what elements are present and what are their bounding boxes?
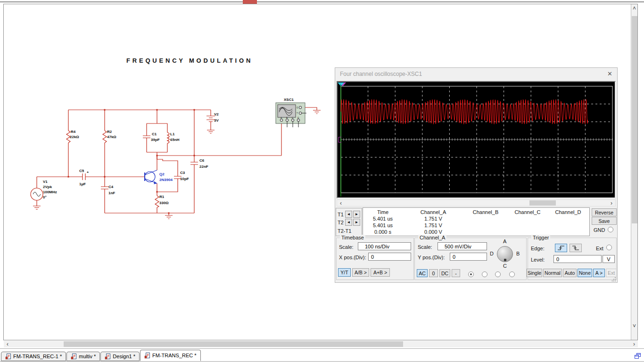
svg-text:R4: R4 <box>71 130 76 134</box>
tab-multiv[interactable]: multiv * <box>66 352 100 361</box>
dc-label: DC <box>441 271 448 276</box>
falling-edge-button[interactable] <box>570 244 582 252</box>
dc-coupling-button[interactable]: DC <box>439 269 450 277</box>
close-icon[interactable]: ✕ <box>607 70 612 77</box>
t2-left-button[interactable]: ◄ <box>345 219 352 226</box>
scope-scroll-thumb[interactable] <box>529 200 556 206</box>
source-v1[interactable] <box>31 188 43 200</box>
trigger-level-input[interactable]: 0 <box>553 255 602 263</box>
save-button[interactable]: Save <box>592 217 617 225</box>
timebase-scale-input[interactable]: 100 ns/Div <box>358 242 411 250</box>
channel-a-scale-input[interactable]: 500 mV/Div <box>438 242 487 250</box>
gnd-radio[interactable] <box>608 227 613 232</box>
transistor-q2[interactable] <box>145 170 157 184</box>
knob-label-d: D <box>490 251 494 257</box>
trigger-ext-button: Ext <box>606 269 617 277</box>
trigger-mode-row: Single Normal Auto None A > Ext <box>527 269 617 277</box>
trigger-none-button[interactable]: None <box>578 269 592 277</box>
col-header-channel-d: Channel_D <box>548 209 588 215</box>
table-cell <box>548 215 588 222</box>
zero-coupling-button[interactable]: 0 <box>429 269 438 277</box>
svg-text:2Vpk: 2Vpk <box>43 185 52 189</box>
ac-coupling-button[interactable]: AC <box>417 269 428 277</box>
junction-dots <box>68 109 195 214</box>
channel-a-trace <box>341 99 588 124</box>
col-header-channel-b: Channel_B <box>464 209 507 215</box>
svg-text:0°: 0° <box>43 195 47 199</box>
oscilloscope-symbol-xsc1[interactable]: G T A B C D <box>276 103 306 127</box>
vertical-scrollbar[interactable]: ˄ ˅ <box>631 4 637 340</box>
yt-mode-button[interactable]: Y/T <box>338 268 351 277</box>
trigger-level-label: Level: <box>531 257 545 263</box>
scope-scrollbar[interactable]: ‹ › <box>337 199 616 206</box>
timebase-group: Timebase Scale: 100 ns/Div X pos.(Div): … <box>336 238 414 280</box>
scroll-down-icon[interactable]: ˅ <box>631 323 637 329</box>
a-label: A > <box>595 270 603 276</box>
trigger-ext-label: Ext <box>596 246 603 252</box>
channel-select-knob[interactable] <box>497 246 513 262</box>
col-header-channel-c: Channel_C <box>507 209 548 215</box>
reverse-button[interactable]: Reverse <box>592 208 617 216</box>
resize-grip-icon[interactable] <box>611 277 616 281</box>
svg-text:39pF: 39pF <box>151 138 160 142</box>
oscilloscope-window: Four channel oscilloscope-XSC1 ✕ 1 ‹ › T… <box>335 67 618 283</box>
t2-right-button[interactable]: ► <box>353 219 360 226</box>
minus-coupling-button[interactable]: - <box>452 269 460 277</box>
scroll-up-icon[interactable]: ˄ <box>631 5 637 12</box>
scope-display: 1 <box>338 82 615 197</box>
ab-label: A/B > <box>355 270 367 275</box>
scope-scroll-right-icon[interactable]: › <box>609 200 614 206</box>
svg-text:A: A <box>281 117 282 119</box>
svg-text:1µF: 1µF <box>79 182 86 186</box>
svg-text:L1: L1 <box>170 132 175 136</box>
ab-mode-button[interactable]: A/B > <box>352 268 369 277</box>
timebase-xpos-value: 0 <box>371 254 374 260</box>
tab-fm-trans-rec-1[interactable]: FM-TRANS_REC-1 * <box>1 352 66 361</box>
table-cell: 5.401 us <box>363 222 403 229</box>
channel-a-radio[interactable] <box>468 272 474 277</box>
svg-text:10pF: 10pF <box>180 177 189 181</box>
wire-net[interactable] <box>33 107 321 219</box>
trigger-single-button[interactable]: Single <box>527 269 542 277</box>
table-cell <box>464 229 507 235</box>
rising-edge-icon <box>557 245 565 251</box>
trigger-auto-button[interactable]: Auto <box>563 269 577 277</box>
apb-mode-button[interactable]: A+B > <box>371 268 390 277</box>
scroll-left-icon[interactable]: ‹ <box>5 341 10 347</box>
tab-label: Design1 * <box>113 354 135 359</box>
scroll-right-icon[interactable]: › <box>631 341 637 347</box>
t1-label: T1 <box>338 212 344 218</box>
channel-c-radio[interactable] <box>495 272 501 277</box>
svg-text:22kΩ: 22kΩ <box>70 135 79 139</box>
window-cascade-icon[interactable] <box>634 352 642 360</box>
t1-right-button[interactable]: ► <box>353 211 360 218</box>
timebase-xpos-input[interactable]: 0 <box>368 253 411 261</box>
trigger-ext-radio[interactable] <box>606 245 612 250</box>
timebase-scale-label: Scale: <box>339 244 354 250</box>
auto-label: Auto <box>565 270 575 276</box>
tab-label: FM-TRANS_REC * <box>152 353 197 358</box>
trigger-normal-button[interactable]: Normal <box>543 269 562 277</box>
svg-text:XSC1: XSC1 <box>284 98 294 102</box>
scope-title-bar[interactable]: Four channel oscilloscope-XSC1 ✕ <box>335 68 617 80</box>
tab-design1[interactable]: Design1 * <box>100 352 140 361</box>
channel-a-ypos-input[interactable]: 0 <box>450 253 487 261</box>
vertical-scroll-thumb[interactable] <box>632 16 637 223</box>
trigger-level-unit[interactable]: V <box>603 255 615 263</box>
timebase-xpos-label: X pos.(Div): <box>339 255 366 261</box>
t1-left-button[interactable]: ◄ <box>345 211 352 218</box>
svg-text:C5: C5 <box>79 169 84 173</box>
horizontal-scroll-thumb[interactable] <box>64 341 403 347</box>
schematic-file-icon <box>105 353 111 360</box>
tab-fm-trans-rec[interactable]: FM-TRANS_REC * <box>140 350 201 361</box>
trigger-a-button[interactable]: A > <box>593 269 605 277</box>
left-arrow-icon: ◄ <box>347 212 351 216</box>
scope-scroll-left-icon[interactable]: ‹ <box>338 200 344 206</box>
rising-edge-button[interactable] <box>555 244 567 252</box>
knob-label-c: C <box>503 263 507 269</box>
schematic-title: FREQUENCY MODULATION <box>126 57 253 64</box>
horizontal-scrollbar[interactable]: ‹ › <box>4 341 638 347</box>
channel-b-radio[interactable] <box>482 272 487 277</box>
channel-d-radio[interactable] <box>509 272 515 277</box>
scope-screen-bezel: 1 <box>337 81 616 198</box>
